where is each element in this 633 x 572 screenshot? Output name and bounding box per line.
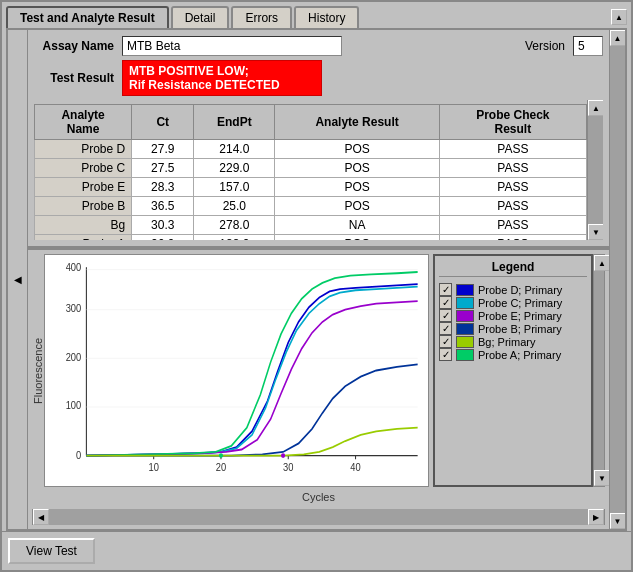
- cell-result: NA: [275, 216, 439, 235]
- legend-color: [456, 297, 474, 309]
- legend-item: ✓ Probe D; Primary: [439, 283, 587, 296]
- svg-point-21: [281, 453, 285, 458]
- legend-item: ✓ Probe C; Primary: [439, 296, 587, 309]
- cell-result: POS: [275, 159, 439, 178]
- legend-label: Bg; Primary: [478, 336, 535, 348]
- legend-scroll-down[interactable]: ▼: [594, 470, 609, 486]
- test-result-label: Test Result: [34, 71, 114, 85]
- tab-errors[interactable]: Errors: [231, 6, 292, 28]
- legend-label: Probe D; Primary: [478, 284, 562, 296]
- table-row: Probe D 27.9 214.0 POS PASS: [35, 140, 587, 159]
- table-row: Probe C 27.5 229.0 POS PASS: [35, 159, 587, 178]
- left-nav[interactable]: ◀: [8, 30, 28, 529]
- main-scroll-down[interactable]: ▼: [610, 513, 626, 529]
- col-ct: Ct: [132, 105, 194, 140]
- cell-ct: 36.5: [132, 197, 194, 216]
- legend-scroll-up[interactable]: ▲: [594, 255, 609, 271]
- legend-checkbox[interactable]: ✓: [439, 322, 452, 335]
- legend-checkbox[interactable]: ✓: [439, 335, 452, 348]
- test-result-value: MTB POSITIVE LOW;Rif Resistance DETECTED: [122, 60, 322, 96]
- tab-history[interactable]: History: [294, 6, 359, 28]
- cell-ct: 27.5: [132, 159, 194, 178]
- right-scrollbar: ▲ ▼: [609, 30, 625, 529]
- legend-color: [456, 284, 474, 296]
- view-test-button[interactable]: View Test: [8, 538, 95, 564]
- test-result-row: Test Result MTB POSITIVE LOW;Rif Resista…: [34, 60, 603, 96]
- y-axis-label: Fluorescence: [32, 254, 44, 487]
- svg-text:40: 40: [350, 462, 361, 474]
- svg-text:0: 0: [76, 450, 82, 462]
- cell-check: PASS: [439, 235, 586, 241]
- legend-color: [456, 323, 474, 335]
- cell-analyte: Probe E: [35, 178, 132, 197]
- cell-result: POS: [275, 235, 439, 241]
- chart-area: Fluorescence 0 100: [32, 254, 429, 487]
- legend-checkbox[interactable]: ✓: [439, 348, 452, 361]
- svg-text:30: 30: [283, 462, 294, 474]
- cell-ct: 30.3: [132, 216, 194, 235]
- table-scroll-track[interactable]: [588, 116, 603, 224]
- svg-text:400: 400: [66, 261, 82, 273]
- assay-name-input[interactable]: [122, 36, 342, 56]
- version-input[interactable]: [573, 36, 603, 56]
- legend-color: [456, 349, 474, 361]
- col-endpt: EndPt: [194, 105, 275, 140]
- svg-text:200: 200: [66, 351, 82, 363]
- table-row: Probe B 36.5 25.0 POS PASS: [35, 197, 587, 216]
- chart-inner: 0 100 200 300 400: [44, 254, 429, 487]
- cell-endpt: 229.0: [194, 159, 275, 178]
- table-scroll-up[interactable]: ▲: [588, 100, 603, 116]
- main-container: Test and Analyte Result Detail Errors Hi…: [0, 0, 633, 572]
- col-analyte: AnalyteName: [35, 105, 132, 140]
- main-content: Assay Name Version Test Result MTB POSIT…: [28, 30, 609, 529]
- legend-label: Probe C; Primary: [478, 297, 562, 309]
- legend-box: Legend ✓ Probe D; Primary ✓ Probe C; Pri…: [433, 254, 593, 487]
- tab-scroll-up[interactable]: ▲: [611, 9, 627, 25]
- tab-bar: Test and Analyte Result Detail Errors Hi…: [2, 2, 631, 28]
- cell-endpt: 157.0: [194, 178, 275, 197]
- x-axis-label: Cycles: [32, 491, 605, 503]
- main-scroll-track[interactable]: [610, 46, 626, 513]
- tab-test-analyte[interactable]: Test and Analyte Result: [6, 6, 169, 28]
- h-scrollbar[interactable]: ◀ ▶: [32, 509, 605, 525]
- cell-endpt: 188.0: [194, 235, 275, 241]
- main-scroll-up[interactable]: ▲: [610, 30, 626, 46]
- cell-endpt: 278.0: [194, 216, 275, 235]
- tab-detail[interactable]: Detail: [171, 6, 230, 28]
- table-scroll[interactable]: AnalyteName Ct EndPt Analyte Result Prob…: [34, 100, 587, 240]
- legend-items: ✓ Probe D; Primary ✓ Probe C; Primary ✓ …: [439, 283, 587, 361]
- cell-analyte: Probe C: [35, 159, 132, 178]
- col-check: Probe CheckResult: [439, 105, 586, 140]
- h-scroll-left[interactable]: ◀: [33, 509, 49, 525]
- legend-checkbox[interactable]: ✓: [439, 283, 452, 296]
- legend-label: Probe E; Primary: [478, 310, 562, 322]
- cell-analyte: Probe D: [35, 140, 132, 159]
- table-scrollbar: ▲ ▼: [587, 100, 603, 240]
- version-label: Version: [525, 39, 565, 53]
- svg-point-20: [219, 453, 223, 458]
- legend-checkbox[interactable]: ✓: [439, 296, 452, 309]
- table-row: Probe A 26.9 188.0 POS PASS: [35, 235, 587, 241]
- legend-checkbox[interactable]: ✓: [439, 309, 452, 322]
- cell-analyte: Bg: [35, 216, 132, 235]
- version-field: Version: [525, 36, 603, 56]
- content-panel: ◀ Assay Name Version Test Result: [6, 28, 627, 531]
- legend-title: Legend: [439, 260, 587, 277]
- h-scroll-right[interactable]: ▶: [588, 509, 604, 525]
- legend-item: ✓ Probe A; Primary: [439, 348, 587, 361]
- table-scroll-down[interactable]: ▼: [588, 224, 603, 240]
- cell-endpt: 25.0: [194, 197, 275, 216]
- cell-result: POS: [275, 197, 439, 216]
- table-wrapper: AnalyteName Ct EndPt Analyte Result Prob…: [34, 100, 603, 240]
- assay-row: Assay Name Version: [34, 36, 603, 56]
- legend-color: [456, 336, 474, 348]
- legend-scroll-track[interactable]: [594, 271, 604, 470]
- cell-analyte: Probe A: [35, 235, 132, 241]
- cell-check: PASS: [439, 197, 586, 216]
- result-table: AnalyteName Ct EndPt Analyte Result Prob…: [34, 104, 587, 240]
- legend-label: Probe A; Primary: [478, 349, 561, 361]
- cell-result: POS: [275, 178, 439, 197]
- svg-text:300: 300: [66, 302, 82, 314]
- cell-ct: 28.3: [132, 178, 194, 197]
- h-scroll-track[interactable]: [49, 509, 588, 525]
